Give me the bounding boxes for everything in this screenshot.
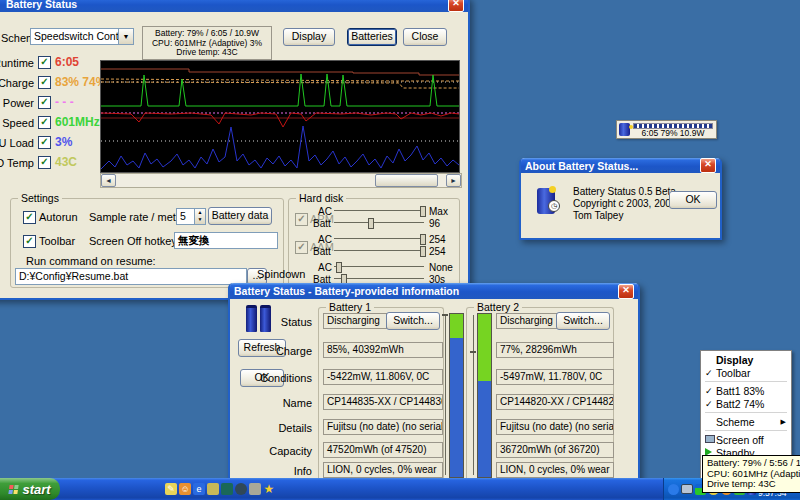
- battery1-capacity-field: 47520mWh (of 47520): [323, 442, 443, 458]
- menu-item-toolbar[interactable]: ✓Toolbar: [702, 366, 790, 379]
- aam-ac-slider[interactable]: [334, 234, 424, 243]
- runtime-checkbox[interactable]: ✓: [38, 56, 51, 69]
- spindown-ac-slider[interactable]: [334, 262, 424, 271]
- charge-checkbox[interactable]: ✓: [38, 76, 51, 89]
- battery2-status-field: Discharging: [496, 313, 558, 329]
- spindown-batt-slider[interactable]: [334, 274, 424, 283]
- battery1-level-bar: [449, 313, 464, 478]
- run-command-field[interactable]: D:¥Config¥Resume.bat: [15, 268, 247, 285]
- player-icon[interactable]: [235, 483, 247, 495]
- check-icon: ✓: [705, 386, 716, 396]
- conditions-label: Conditions: [250, 372, 312, 384]
- start-button[interactable]: start: [0, 478, 60, 500]
- star-icon[interactable]: ★: [263, 483, 275, 495]
- slider-thumb[interactable]: [336, 262, 342, 273]
- battery2-switch-button[interactable]: Switch...: [556, 312, 610, 330]
- menu-item-label: Batt2 74%: [716, 398, 764, 410]
- slider-thumb[interactable]: [368, 218, 374, 229]
- scroll-left-icon[interactable]: ◄: [101, 174, 116, 187]
- scheme-combobox[interactable]: Speedswitch Control ▼: [30, 28, 134, 45]
- scrollbar-thumb[interactable]: [375, 174, 438, 187]
- slider-thumb[interactable]: [420, 234, 426, 245]
- check-icon: ✓: [25, 235, 33, 246]
- battery2-capacity-field: 36720mWh (of 36720): [496, 442, 614, 458]
- charge-label: Charge: [250, 345, 312, 357]
- autorun-checkbox[interactable]: ✓: [23, 211, 36, 224]
- media-icon[interactable]: [221, 483, 233, 495]
- titlebar[interactable]: About Battery Status... ✕: [521, 158, 720, 173]
- close-icon[interactable]: ✕: [448, 0, 464, 12]
- messenger-icon[interactable]: ☺: [179, 483, 191, 495]
- battery-data-button[interactable]: Battery data: [208, 207, 272, 225]
- aam-checkbox[interactable]: ✓: [295, 241, 308, 254]
- battery2-name-field: CP144820-XX / CP144821-XX: [496, 394, 614, 410]
- close-icon[interactable]: ✕: [700, 158, 716, 173]
- graph-scrollbar[interactable]: ◄ ►: [100, 173, 462, 188]
- apm-batt-slider[interactable]: [334, 218, 424, 227]
- power-value: - - -: [55, 95, 74, 109]
- hotkey-field[interactable]: 無変換: [174, 232, 278, 249]
- menu-separator: [705, 412, 787, 413]
- history-graph-plot: [101, 61, 459, 172]
- cpu-load-value: 3%: [55, 135, 72, 149]
- menu-item-scheme[interactable]: Scheme▶: [702, 415, 790, 428]
- about-text: Battery Status 0.5 Beta Copyright c 2003…: [573, 186, 676, 222]
- about-dialog: About Battery Status... ✕ ◷ Battery Stat…: [519, 158, 722, 240]
- ok-button[interactable]: OK: [669, 191, 717, 209]
- battery-icon: [619, 123, 630, 136]
- close-icon[interactable]: ✕: [618, 284, 634, 299]
- menu-item-screen-off[interactable]: Screen off: [702, 433, 790, 446]
- mini-toolbar-text: 6:05 79% 10.9W: [632, 129, 714, 138]
- batt-label: Batt: [313, 246, 331, 257]
- check-icon: ✓: [40, 56, 48, 67]
- check-icon: ✓: [40, 96, 48, 107]
- info-label: Info: [250, 465, 312, 477]
- apm-ac-slider[interactable]: [334, 206, 424, 215]
- power-checkbox[interactable]: ✓: [38, 96, 51, 109]
- about-line2: Copyright c 2003, 2004: [573, 198, 676, 210]
- titlebar[interactable]: Battery Status - Battery-provided inform…: [230, 283, 638, 299]
- batteries-button[interactable]: Batteries: [347, 28, 397, 46]
- slider-groove: [334, 250, 424, 251]
- cpu-load-checkbox[interactable]: ✓: [38, 136, 51, 149]
- status-summary-panel: Battery: 79% / 6:05 / 10.9W CPU: 601MHz …: [142, 26, 272, 60]
- menu-item-batt1[interactable]: ✓Batt1 83%: [702, 384, 790, 397]
- mail-icon[interactable]: ✎: [165, 483, 177, 495]
- slider-groove: [334, 278, 424, 279]
- hd-temp-checkbox[interactable]: ✓: [38, 156, 51, 169]
- menu-item-label: Toolbar: [716, 367, 750, 379]
- check-icon: ✓: [705, 368, 716, 378]
- battery1-switch-button[interactable]: Switch...: [386, 312, 440, 330]
- ie-icon[interactable]: e: [193, 483, 205, 495]
- battery2-level-fill: [478, 381, 491, 477]
- slider-thumb[interactable]: [420, 206, 426, 217]
- sample-rate-spinner[interactable]: 5 ▲▼: [176, 208, 206, 225]
- run-command-label: Run command on resume:: [26, 255, 156, 267]
- battery-mini-toolbar[interactable]: 6:05 79% 10.9W: [616, 120, 717, 139]
- toolbar-checkbox[interactable]: ✓: [23, 235, 36, 248]
- cpu-speed-checkbox[interactable]: ✓: [38, 116, 51, 129]
- display-button[interactable]: Display: [283, 28, 335, 46]
- msn-icon[interactable]: [668, 484, 679, 495]
- display-icon[interactable]: [681, 484, 693, 494]
- check-icon: ✓: [705, 399, 716, 409]
- chevron-down-icon[interactable]: ▼: [118, 29, 133, 44]
- slider-groove: [334, 210, 424, 211]
- scroll-right-icon[interactable]: ►: [446, 174, 461, 187]
- apm-checkbox[interactable]: ✓: [295, 213, 308, 226]
- battery1-group-title: Battery 1: [326, 301, 374, 313]
- app-icon[interactable]: [207, 483, 219, 495]
- menu-item-batt2[interactable]: ✓Batt2 74%: [702, 397, 790, 410]
- hotkey-label: Screen Off hotkey: [89, 235, 177, 247]
- close-button[interactable]: Close: [403, 28, 447, 46]
- menu-header-display[interactable]: Display: [702, 353, 790, 366]
- spinner-arrows-icon[interactable]: ▲▼: [194, 209, 205, 224]
- tooltip-battery-line: Battery: 79% / 5:56 / 11.: [707, 458, 800, 469]
- folder-icon[interactable]: [249, 483, 261, 495]
- battery1-capacity-tick: [442, 314, 448, 316]
- titlebar[interactable]: Battery Status ✕: [0, 0, 468, 12]
- aam-batt-slider[interactable]: [334, 246, 424, 255]
- windows-flag-icon: [9, 485, 19, 494]
- check-icon: ✓: [40, 136, 48, 147]
- slider-thumb[interactable]: [420, 246, 426, 257]
